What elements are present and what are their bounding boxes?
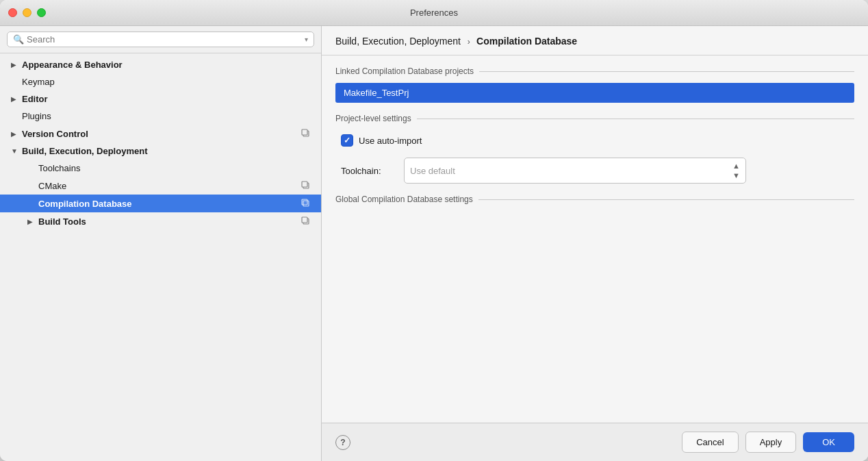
breadcrumb-parent: Build, Execution, Deployment xyxy=(335,36,461,47)
toolchain-select-arrow-icon: ▲ ▼ xyxy=(732,162,740,179)
panel-body: Linked Compilation Database projects Mak… xyxy=(322,55,868,423)
sidebar-item-build-tools[interactable]: ▶ Build Tools xyxy=(0,212,321,230)
sidebar-item-toolchains[interactable]: Toolchains xyxy=(0,160,321,177)
sidebar-item-label: Build Tools xyxy=(38,216,299,227)
sidebar-item-plugins[interactable]: Plugins xyxy=(0,108,321,125)
sidebar-item-label: CMake xyxy=(38,181,299,191)
global-settings-label: Global Compilation Database settings xyxy=(335,195,854,204)
close-button[interactable] xyxy=(8,8,17,17)
toolchain-label: Toolchain: xyxy=(341,166,396,176)
svg-rect-1 xyxy=(302,129,307,135)
minimize-button[interactable] xyxy=(23,8,31,17)
apply-button[interactable]: Apply xyxy=(745,432,797,453)
sidebar-item-editor[interactable]: ▶ Editor xyxy=(0,90,321,108)
chevron-right-icon: ▶ xyxy=(11,61,22,68)
project-item[interactable]: Makefile_TestPrj xyxy=(335,83,854,103)
toolchain-row: Toolchain: Use default ▲ ▼ xyxy=(335,158,854,184)
svg-rect-5 xyxy=(302,199,307,205)
use-auto-import-checkbox[interactable]: ✓ xyxy=(341,134,353,147)
sidebar-item-compilation-database[interactable]: Compilation Database xyxy=(0,195,321,212)
check-icon: ✓ xyxy=(344,136,350,145)
toolchain-select-value: Use default xyxy=(410,166,732,176)
right-panel: Build, Execution, Deployment › Compilati… xyxy=(322,26,868,461)
sidebar-item-label: Keymap xyxy=(22,77,313,87)
window-controls xyxy=(8,8,46,17)
linked-projects-section-label: Linked Compilation Database projects xyxy=(335,66,854,76)
copy-icon xyxy=(299,198,313,209)
footer-right: Cancel Apply OK xyxy=(682,432,854,453)
sidebar-item-appearance-behavior[interactable]: ▶ Appearance & Behavior xyxy=(0,56,321,73)
window-title: Preferences xyxy=(410,8,458,18)
sidebar-list: ▶ Appearance & Behavior Keymap ▶ Editor … xyxy=(0,53,321,461)
chevron-right-icon: ▶ xyxy=(11,130,22,138)
ok-button[interactable]: OK xyxy=(803,432,854,452)
chevron-down-icon: ▼ xyxy=(11,147,22,155)
copy-icon xyxy=(299,216,313,227)
copy-icon xyxy=(299,128,313,139)
project-level-settings-label: Project-level settings xyxy=(335,114,854,123)
sidebar-item-label: Toolchains xyxy=(38,163,313,173)
sidebar-item-version-control[interactable]: ▶ Version Control xyxy=(0,125,321,142)
chevron-right-icon: ▶ xyxy=(27,218,38,225)
use-auto-import-checkbox-wrapper[interactable]: ✓ Use auto-import xyxy=(341,134,422,147)
breadcrumb: Build, Execution, Deployment › Compilati… xyxy=(335,36,577,47)
sidebar: 🔍 ▾ ▶ Appearance & Behavior Keymap xyxy=(0,26,322,461)
cancel-button[interactable]: Cancel xyxy=(682,432,738,453)
footer: ? Cancel Apply OK xyxy=(322,423,868,461)
sidebar-item-keymap[interactable]: Keymap xyxy=(0,73,321,90)
toolchain-select[interactable]: Use default ▲ ▼ xyxy=(404,158,746,184)
search-icon: 🔍 xyxy=(13,34,24,45)
sidebar-item-cmake[interactable]: CMake xyxy=(0,177,321,195)
search-wrapper[interactable]: 🔍 ▾ xyxy=(7,32,314,47)
title-bar: Preferences xyxy=(0,0,868,26)
panel-header: Build, Execution, Deployment › Compilati… xyxy=(322,26,868,55)
breadcrumb-current: Compilation Database xyxy=(476,36,577,47)
breadcrumb-separator: › xyxy=(468,37,472,47)
use-auto-import-label: Use auto-import xyxy=(359,136,422,146)
svg-rect-3 xyxy=(302,182,307,187)
sidebar-item-build-execution-deployment[interactable]: ▼ Build, Execution, Deployment xyxy=(0,142,321,160)
copy-icon xyxy=(299,180,313,191)
footer-left: ? xyxy=(335,435,350,450)
maximize-button[interactable] xyxy=(37,8,46,17)
main-content: 🔍 ▾ ▶ Appearance & Behavior Keymap xyxy=(0,26,868,461)
search-input[interactable] xyxy=(27,34,302,45)
sidebar-item-label: Plugins xyxy=(22,111,313,121)
svg-rect-7 xyxy=(302,217,307,223)
sidebar-item-label: Version Control xyxy=(22,129,299,139)
use-auto-import-row: ✓ Use auto-import xyxy=(335,134,854,147)
preferences-window: Preferences 🔍 ▾ ▶ Appearance & Behavior xyxy=(0,0,868,461)
chevron-right-icon: ▶ xyxy=(11,95,22,103)
sidebar-item-label: Editor xyxy=(22,94,313,104)
help-button[interactable]: ? xyxy=(335,435,350,450)
sidebar-item-label: Appearance & Behavior xyxy=(22,60,313,70)
sidebar-item-label: Build, Execution, Deployment xyxy=(22,146,313,156)
sidebar-item-label: Compilation Database xyxy=(38,199,299,209)
search-dropdown-icon[interactable]: ▾ xyxy=(305,36,308,43)
search-bar: 🔍 ▾ xyxy=(0,26,321,53)
